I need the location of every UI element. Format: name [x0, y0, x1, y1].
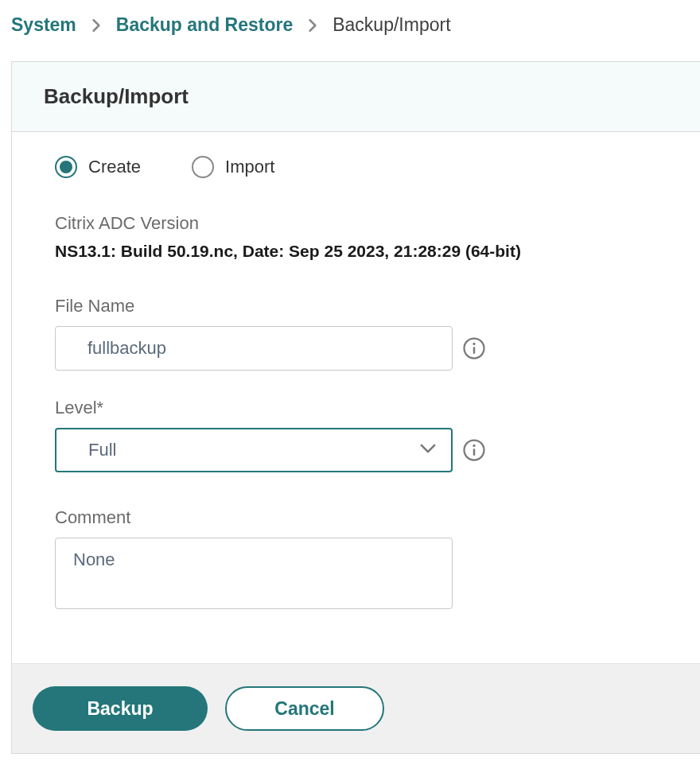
backup-button[interactable]: Backup — [33, 686, 208, 731]
radio-label: Create — [88, 157, 141, 177]
backup-import-panel: Backup/Import Create Import Citrix ADC V… — [11, 61, 700, 754]
chevron-right-icon — [91, 18, 102, 33]
svg-rect-2 — [473, 347, 476, 354]
mode-radio-group: Create Import — [55, 156, 657, 178]
field-level: Level* Full — [55, 398, 657, 472]
file-name-input[interactable] — [55, 326, 453, 371]
level-value: Full — [88, 440, 116, 460]
level-label: Level* — [55, 398, 657, 418]
page-title: Backup/Import — [44, 84, 668, 109]
field-comment: Comment — [55, 507, 657, 612]
field-file-name: File Name — [55, 296, 657, 371]
radio-create[interactable]: Create — [55, 156, 141, 178]
panel-body: Create Import Citrix ADC Version NS13.1:… — [12, 132, 700, 663]
panel-footer: Backup Cancel — [12, 663, 700, 753]
breadcrumb-backup-restore[interactable]: Backup and Restore — [116, 14, 293, 36]
chevron-right-icon — [307, 18, 318, 33]
panel-header: Backup/Import — [12, 62, 700, 132]
level-select[interactable]: Full — [55, 428, 453, 472]
svg-point-1 — [472, 343, 475, 345]
comment-input[interactable] — [55, 538, 453, 609]
comment-label: Comment — [55, 507, 657, 528]
radio-label: Import — [225, 157, 274, 177]
breadcrumb-system[interactable]: System — [11, 14, 76, 36]
cancel-button[interactable]: Cancel — [225, 686, 384, 731]
radio-icon — [192, 156, 214, 178]
radio-icon — [55, 156, 77, 178]
svg-point-4 — [472, 445, 475, 447]
version-value: NS13.1: Build 50.19.nc, Date: Sep 25 202… — [55, 242, 657, 261]
svg-rect-5 — [473, 449, 476, 456]
info-icon[interactable] — [462, 438, 486, 462]
breadcrumb-current: Backup/Import — [332, 14, 450, 36]
breadcrumb: System Backup and Restore Backup/Import — [0, 0, 700, 50]
info-icon[interactable] — [462, 336, 486, 360]
radio-import[interactable]: Import — [192, 156, 274, 178]
version-label: Citrix ADC Version — [55, 213, 657, 234]
file-name-label: File Name — [55, 296, 657, 316]
chevron-down-icon — [419, 442, 437, 458]
